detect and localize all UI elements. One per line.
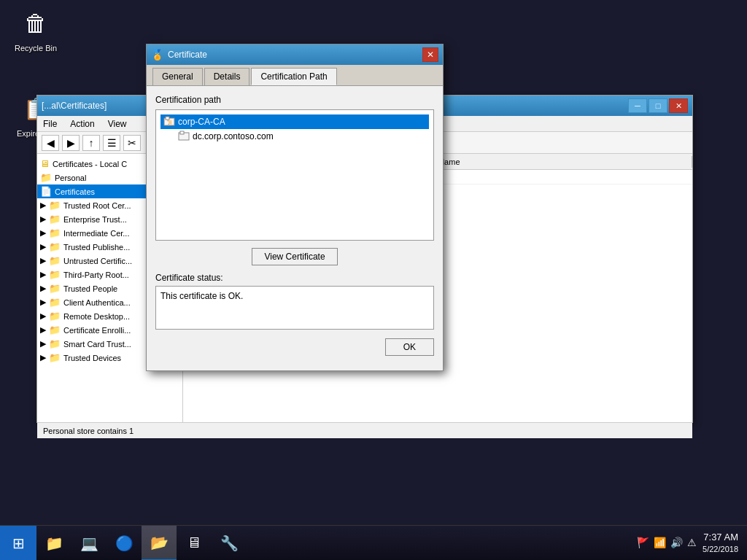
taskbar-system-icons: 🚩 📶 🔊 ⚠	[637, 537, 697, 548]
taskbar-icon-ie[interactable]: 💻	[71, 526, 107, 561]
taskbar-icon-file-manager[interactable]: 📂	[142, 526, 177, 561]
toolbar-forward-button[interactable]: ▶	[62, 135, 80, 151]
tree-label: Client Authentica...	[63, 298, 131, 307]
tree-label: Certificates - Local C	[53, 160, 127, 168]
cert-close-button[interactable]: ✕	[422, 47, 438, 62]
folder-icon: 📁	[49, 324, 61, 335]
col-friendly: Friendly Name	[402, 156, 692, 168]
folder-icon: 📁	[49, 255, 61, 266]
cert-status-label: Certificate status:	[155, 273, 434, 283]
chevron-icon: ▶	[40, 325, 46, 335]
cert-path-root-label: corp-CA-CA	[178, 117, 225, 127]
folder-icon: 📁	[49, 241, 61, 252]
flag-icon[interactable]: 🚩	[637, 537, 649, 548]
toolbar-up-button[interactable]: ↑	[82, 135, 100, 151]
svg-text:📜: 📜	[167, 120, 173, 125]
menu-file[interactable]: File	[40, 117, 60, 131]
statusbar-text: Personal store contains 1	[43, 427, 133, 435]
mmc-title: [...al\Certificates]	[42, 101, 107, 111]
tree-label: Trusted Publishe...	[63, 243, 130, 252]
certificate-dialog: 🏅 Certificate ✕ General Details Certific…	[146, 44, 444, 371]
recycle-bin-icon[interactable]: 🗑 Recycle Bin	[10, 6, 61, 52]
chevron-icon: ▶	[40, 298, 46, 307]
tab-details[interactable]: Details	[204, 68, 250, 85]
folder-icon: 📁	[49, 283, 61, 294]
cert-icon: 📜	[163, 116, 175, 128]
cert-child-icon	[178, 131, 190, 142]
tree-label: Remote Desktop...	[63, 312, 130, 321]
cert-path-child[interactable]: dc.corp.contoso.com	[175, 129, 429, 144]
folder-icon: 📁	[49, 269, 61, 280]
svg-rect-4	[180, 131, 184, 134]
warning-icon[interactable]: ⚠	[687, 537, 697, 548]
chevron-icon: ▶	[40, 339, 46, 349]
cert-ok-row: OK	[155, 338, 434, 362]
cert-title-text: Certificate	[168, 50, 207, 60]
recycle-bin-image: 🗑	[18, 6, 53, 41]
folder-icon: 📁	[49, 311, 61, 322]
tree-label: Personal	[55, 174, 86, 182]
folder-icon: 📁	[49, 338, 61, 349]
toolbar-back-button[interactable]: ◀	[42, 135, 59, 151]
cert-status-text: This certificate is OK.	[160, 291, 243, 301]
toolbar-list-button[interactable]: ☰	[103, 135, 120, 151]
tree-label: Trusted People	[63, 284, 117, 293]
chevron-icon: ▶	[40, 228, 46, 238]
clock-date: 5/22/2018	[703, 544, 738, 555]
mmc-minimize-button[interactable]: ─	[628, 98, 647, 113]
folder-icon: 📁	[49, 352, 61, 363]
chevron-icon: ▶	[40, 201, 46, 210]
taskbar-icon-powershell[interactable]: 🔵	[107, 526, 142, 561]
cert-path-child-label: dc.corp.contoso.com	[193, 131, 274, 141]
mmc-statusbar: Personal store contains 1	[37, 422, 692, 438]
cert-title-left: 🏅 Certificate	[151, 49, 207, 61]
tree-label: Untrusted Certific...	[63, 257, 132, 265]
folder-icon: 📁	[49, 214, 61, 225]
view-certificate-button[interactable]: View Certificate	[252, 248, 337, 265]
taskbar-pinned-icons: 📁 💻 🔵 📂 🖥 🔧	[36, 526, 247, 561]
tab-general[interactable]: General	[152, 68, 203, 85]
tree-label: Intermediate Cer...	[63, 229, 130, 238]
tab-certification-path[interactable]: Certification Path	[251, 68, 336, 85]
recycle-bin-label: Recycle Bin	[10, 44, 61, 52]
menu-action[interactable]: Action	[67, 117, 97, 131]
tree-label: Certificates	[55, 187, 95, 196]
svg-rect-1	[166, 117, 169, 120]
volume-icon[interactable]: 🔊	[670, 537, 683, 548]
taskbar-right: 🚩 📶 🔊 ⚠ 7:37 AM 5/22/2018	[637, 531, 747, 556]
folder-icon: 📄	[40, 186, 52, 197]
tree-label: Smart Card Trust...	[63, 340, 131, 349]
chevron-icon: ▶	[40, 311, 46, 321]
taskbar-clock[interactable]: 7:37 AM 5/22/2018	[703, 531, 738, 556]
mmc-close-button[interactable]: ✕	[669, 98, 688, 113]
taskbar-icon-explorer[interactable]: 📁	[36, 526, 71, 561]
tree-label: Trusted Devices	[63, 354, 121, 362]
cell-friendly: <None>	[402, 173, 692, 182]
cert-titlebar: 🏅 Certificate ✕	[147, 44, 443, 65]
cert-status-box: This certificate is OK.	[155, 286, 434, 330]
cert-title-icon: 🏅	[151, 49, 163, 61]
folder-icon: 📁	[49, 200, 61, 211]
network-icon[interactable]: 📶	[654, 537, 666, 548]
folder-icon: 🖥	[40, 158, 50, 169]
desktop: 🗑 Recycle Bin 📋 ExpireTe... [...al\Certi…	[0, 0, 747, 525]
taskbar: ⊞ 📁 💻 🔵 📂 🖥 🔧 🚩 📶 🔊 ⚠ 7:37 AM 5/22/2018	[0, 525, 747, 560]
folder-icon: 📁	[49, 297, 61, 308]
mmc-window-controls: ─ □ ✕	[628, 98, 688, 113]
chevron-icon: ▶	[40, 284, 46, 293]
chevron-icon: ▶	[40, 214, 46, 224]
menu-view[interactable]: View	[105, 117, 130, 131]
cert-ok-button[interactable]: OK	[385, 338, 434, 356]
cert-path-tree: 📜 corp-CA-CA dc.corp.contoso.com	[155, 109, 434, 241]
chevron-icon: ▶	[40, 256, 46, 265]
cert-path-root[interactable]: 📜 corp-CA-CA	[160, 114, 429, 129]
tree-label: Certificate Enrolli...	[63, 326, 131, 335]
taskbar-icon-cmd[interactable]: 🖥	[177, 526, 212, 561]
toolbar-cut-button[interactable]: ✂	[123, 135, 141, 151]
taskbar-icon-tools[interactable]: 🔧	[212, 526, 247, 561]
mmc-maximize-button[interactable]: □	[649, 98, 667, 113]
clock-time: 7:37 AM	[703, 531, 738, 544]
tree-label: Third-Party Root...	[63, 271, 129, 279]
tree-label: Trusted Root Cer...	[63, 201, 131, 210]
start-button[interactable]: ⊞	[0, 526, 36, 561]
